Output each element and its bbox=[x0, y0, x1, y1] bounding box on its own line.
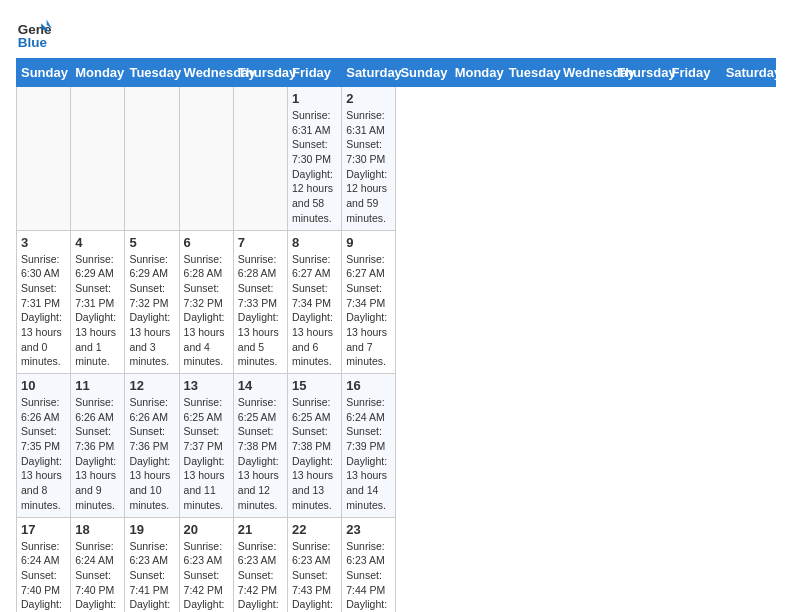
calendar-header-row: SundayMondayTuesdayWednesdayThursdayFrid… bbox=[17, 59, 776, 87]
calendar-cell: 16Sunrise: 6:24 AM Sunset: 7:39 PM Dayli… bbox=[342, 374, 396, 518]
calendar-cell: 22Sunrise: 6:23 AM Sunset: 7:43 PM Dayli… bbox=[288, 517, 342, 612]
day-header-monday: Monday bbox=[450, 59, 504, 87]
calendar-cell: 18Sunrise: 6:24 AM Sunset: 7:40 PM Dayli… bbox=[71, 517, 125, 612]
calendar-table: SundayMondayTuesdayWednesdayThursdayFrid… bbox=[16, 58, 776, 612]
day-number: 2 bbox=[346, 91, 391, 106]
day-info: Sunrise: 6:29 AM Sunset: 7:32 PM Dayligh… bbox=[129, 252, 174, 370]
day-info: Sunrise: 6:23 AM Sunset: 7:43 PM Dayligh… bbox=[292, 539, 337, 613]
day-info: Sunrise: 6:25 AM Sunset: 7:38 PM Dayligh… bbox=[238, 395, 283, 513]
day-number: 4 bbox=[75, 235, 120, 250]
day-number: 17 bbox=[21, 522, 66, 537]
day-info: Sunrise: 6:23 AM Sunset: 7:44 PM Dayligh… bbox=[346, 539, 391, 613]
calendar-week-2: 3Sunrise: 6:30 AM Sunset: 7:31 PM Daylig… bbox=[17, 230, 776, 374]
calendar-week-4: 17Sunrise: 6:24 AM Sunset: 7:40 PM Dayli… bbox=[17, 517, 776, 612]
calendar-cell: 2Sunrise: 6:31 AM Sunset: 7:30 PM Daylig… bbox=[342, 87, 396, 231]
day-number: 14 bbox=[238, 378, 283, 393]
day-number: 10 bbox=[21, 378, 66, 393]
day-header-tuesday: Tuesday bbox=[504, 59, 558, 87]
day-info: Sunrise: 6:24 AM Sunset: 7:39 PM Dayligh… bbox=[346, 395, 391, 513]
calendar-week-1: 1Sunrise: 6:31 AM Sunset: 7:30 PM Daylig… bbox=[17, 87, 776, 231]
day-number: 20 bbox=[184, 522, 229, 537]
day-header-friday: Friday bbox=[288, 59, 342, 87]
calendar-cell: 6Sunrise: 6:28 AM Sunset: 7:32 PM Daylig… bbox=[179, 230, 233, 374]
calendar-cell: 21Sunrise: 6:23 AM Sunset: 7:42 PM Dayli… bbox=[233, 517, 287, 612]
day-header-tuesday: Tuesday bbox=[125, 59, 179, 87]
calendar-cell: 19Sunrise: 6:23 AM Sunset: 7:41 PM Dayli… bbox=[125, 517, 179, 612]
day-info: Sunrise: 6:27 AM Sunset: 7:34 PM Dayligh… bbox=[292, 252, 337, 370]
day-number: 11 bbox=[75, 378, 120, 393]
calendar-cell bbox=[125, 87, 179, 231]
calendar-cell: 20Sunrise: 6:23 AM Sunset: 7:42 PM Dayli… bbox=[179, 517, 233, 612]
calendar-cell: 14Sunrise: 6:25 AM Sunset: 7:38 PM Dayli… bbox=[233, 374, 287, 518]
day-header-saturday: Saturday bbox=[721, 59, 775, 87]
day-info: Sunrise: 6:25 AM Sunset: 7:37 PM Dayligh… bbox=[184, 395, 229, 513]
day-number: 22 bbox=[292, 522, 337, 537]
calendar-week-3: 10Sunrise: 6:26 AM Sunset: 7:35 PM Dayli… bbox=[17, 374, 776, 518]
calendar-cell: 4Sunrise: 6:29 AM Sunset: 7:31 PM Daylig… bbox=[71, 230, 125, 374]
calendar-cell: 17Sunrise: 6:24 AM Sunset: 7:40 PM Dayli… bbox=[17, 517, 71, 612]
calendar-cell: 8Sunrise: 6:27 AM Sunset: 7:34 PM Daylig… bbox=[288, 230, 342, 374]
day-number: 7 bbox=[238, 235, 283, 250]
calendar-cell: 12Sunrise: 6:26 AM Sunset: 7:36 PM Dayli… bbox=[125, 374, 179, 518]
calendar-cell: 10Sunrise: 6:26 AM Sunset: 7:35 PM Dayli… bbox=[17, 374, 71, 518]
day-header-sunday: Sunday bbox=[17, 59, 71, 87]
day-info: Sunrise: 6:27 AM Sunset: 7:34 PM Dayligh… bbox=[346, 252, 391, 370]
day-info: Sunrise: 6:30 AM Sunset: 7:31 PM Dayligh… bbox=[21, 252, 66, 370]
calendar-cell bbox=[71, 87, 125, 231]
day-info: Sunrise: 6:28 AM Sunset: 7:33 PM Dayligh… bbox=[238, 252, 283, 370]
calendar-cell: 13Sunrise: 6:25 AM Sunset: 7:37 PM Dayli… bbox=[179, 374, 233, 518]
day-info: Sunrise: 6:23 AM Sunset: 7:42 PM Dayligh… bbox=[238, 539, 283, 613]
day-number: 5 bbox=[129, 235, 174, 250]
day-number: 8 bbox=[292, 235, 337, 250]
day-number: 12 bbox=[129, 378, 174, 393]
day-number: 19 bbox=[129, 522, 174, 537]
day-header-monday: Monday bbox=[71, 59, 125, 87]
day-info: Sunrise: 6:29 AM Sunset: 7:31 PM Dayligh… bbox=[75, 252, 120, 370]
day-number: 1 bbox=[292, 91, 337, 106]
day-info: Sunrise: 6:26 AM Sunset: 7:36 PM Dayligh… bbox=[75, 395, 120, 513]
calendar-cell: 1Sunrise: 6:31 AM Sunset: 7:30 PM Daylig… bbox=[288, 87, 342, 231]
calendar-cell: 15Sunrise: 6:25 AM Sunset: 7:38 PM Dayli… bbox=[288, 374, 342, 518]
day-info: Sunrise: 6:25 AM Sunset: 7:38 PM Dayligh… bbox=[292, 395, 337, 513]
day-info: Sunrise: 6:24 AM Sunset: 7:40 PM Dayligh… bbox=[21, 539, 66, 613]
day-header-sunday: Sunday bbox=[396, 59, 450, 87]
day-number: 23 bbox=[346, 522, 391, 537]
day-info: Sunrise: 6:31 AM Sunset: 7:30 PM Dayligh… bbox=[346, 108, 391, 226]
day-info: Sunrise: 6:31 AM Sunset: 7:30 PM Dayligh… bbox=[292, 108, 337, 226]
calendar-cell: 23Sunrise: 6:23 AM Sunset: 7:44 PM Dayli… bbox=[342, 517, 396, 612]
logo-icon: General Blue bbox=[16, 16, 52, 52]
day-number: 13 bbox=[184, 378, 229, 393]
calendar-cell: 5Sunrise: 6:29 AM Sunset: 7:32 PM Daylig… bbox=[125, 230, 179, 374]
day-number: 21 bbox=[238, 522, 283, 537]
day-number: 3 bbox=[21, 235, 66, 250]
day-number: 16 bbox=[346, 378, 391, 393]
calendar-cell bbox=[233, 87, 287, 231]
day-info: Sunrise: 6:26 AM Sunset: 7:35 PM Dayligh… bbox=[21, 395, 66, 513]
day-header-wednesday: Wednesday bbox=[179, 59, 233, 87]
calendar-cell: 11Sunrise: 6:26 AM Sunset: 7:36 PM Dayli… bbox=[71, 374, 125, 518]
day-number: 6 bbox=[184, 235, 229, 250]
svg-text:Blue: Blue bbox=[18, 35, 48, 50]
page-header: General Blue bbox=[16, 16, 776, 52]
day-info: Sunrise: 6:24 AM Sunset: 7:40 PM Dayligh… bbox=[75, 539, 120, 613]
day-number: 9 bbox=[346, 235, 391, 250]
day-number: 15 bbox=[292, 378, 337, 393]
day-header-thursday: Thursday bbox=[613, 59, 667, 87]
calendar-cell: 9Sunrise: 6:27 AM Sunset: 7:34 PM Daylig… bbox=[342, 230, 396, 374]
day-header-saturday: Saturday bbox=[342, 59, 396, 87]
calendar-cell: 7Sunrise: 6:28 AM Sunset: 7:33 PM Daylig… bbox=[233, 230, 287, 374]
day-info: Sunrise: 6:23 AM Sunset: 7:42 PM Dayligh… bbox=[184, 539, 229, 613]
day-number: 18 bbox=[75, 522, 120, 537]
calendar-cell: 3Sunrise: 6:30 AM Sunset: 7:31 PM Daylig… bbox=[17, 230, 71, 374]
logo: General Blue bbox=[16, 16, 56, 52]
calendar-cell bbox=[17, 87, 71, 231]
day-info: Sunrise: 6:28 AM Sunset: 7:32 PM Dayligh… bbox=[184, 252, 229, 370]
day-header-friday: Friday bbox=[667, 59, 721, 87]
day-info: Sunrise: 6:26 AM Sunset: 7:36 PM Dayligh… bbox=[129, 395, 174, 513]
day-header-thursday: Thursday bbox=[233, 59, 287, 87]
day-header-wednesday: Wednesday bbox=[559, 59, 613, 87]
day-info: Sunrise: 6:23 AM Sunset: 7:41 PM Dayligh… bbox=[129, 539, 174, 613]
calendar-cell bbox=[179, 87, 233, 231]
